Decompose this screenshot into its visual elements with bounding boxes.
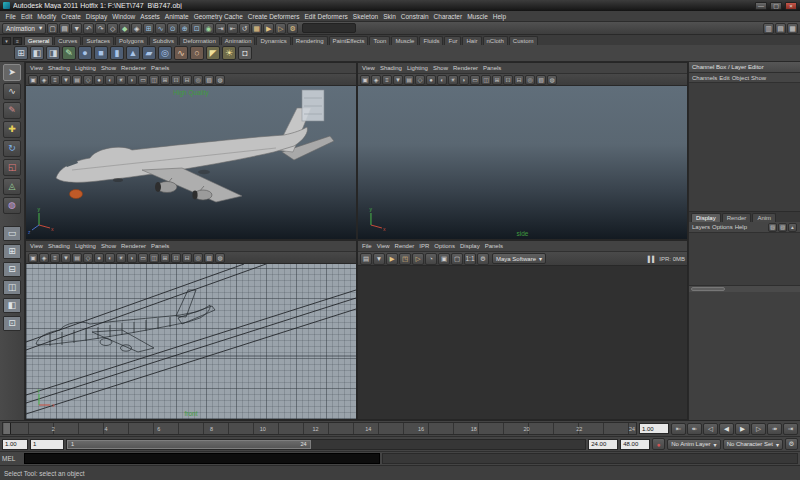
use-all-lights-icon[interactable]: ☀ [116,253,126,263]
safe-title-icon[interactable]: ⊟ [182,75,192,85]
select-camera-icon[interactable]: ▣ [28,253,38,263]
channel-box-menu-item[interactable]: Channels [692,75,717,81]
layer-editor-menu-item[interactable]: Help [735,224,747,230]
resolution-gate-icon[interactable]: ▭ [470,75,480,85]
shelf-persp-outliner-icon[interactable]: ◧ [30,46,44,60]
front-viewport[interactable]: y x front [26,264,356,419]
go-to-start-button[interactable]: ⇤ [671,423,686,435]
character-set-selector[interactable]: No Character Set ▾ [723,439,783,450]
viewport-menu-item[interactable]: Renderer [451,65,480,71]
field-chart-icon[interactable]: ⊞ [492,75,502,85]
shelf-tab-menu-icon[interactable]: ▾ [2,37,11,45]
move-layer-up-icon[interactable]: ▴ [788,223,797,232]
render-view-menu-item[interactable]: Options [432,243,457,249]
shelf-tab[interactable]: Curves [54,36,81,45]
render-view-image-area[interactable] [358,266,687,419]
close-button[interactable]: × [785,2,797,10]
shelf-tab[interactable]: Toon [369,36,390,45]
side-viewport[interactable]: y x side [358,86,687,239]
channel-box-menu-item[interactable]: Edit [719,75,729,81]
bookmarks-icon[interactable]: ▼ [61,253,71,263]
range-slider-track[interactable]: 1 24 [66,439,586,450]
move-tool[interactable]: ✚ [3,121,21,138]
menubar-item[interactable]: Skeleton [350,13,380,20]
current-time-field[interactable]: 1.00 [639,423,669,434]
shadows-icon[interactable]: ◗ [459,75,469,85]
render-region-icon[interactable]: ◳ [399,253,411,265]
use-all-lights-icon[interactable]: ☀ [448,75,458,85]
shelf-tab[interactable]: Rendering [292,36,328,45]
mel-command-input[interactable] [24,453,380,464]
menubar-item[interactable]: Constrain [398,13,431,20]
xray-icon[interactable]: ▧ [204,253,214,263]
wireframe-on-shaded-icon[interactable]: ◍ [215,253,225,263]
image-plane-icon[interactable]: ▤ [72,253,82,263]
redo-icon[interactable]: ↷ [95,23,106,34]
safe-title-icon[interactable]: ⊟ [182,253,192,263]
paint-select-tool[interactable]: ✎ [3,102,21,119]
persp-viewport[interactable]: High Quality [26,86,356,239]
animation-preferences-button[interactable]: ⚙ [785,438,798,450]
menubar-item[interactable]: Geometry Cache [191,13,245,20]
scrollbar-thumb[interactable] [691,287,725,291]
channel-box-list[interactable] [689,83,800,211]
viewport-menu-item[interactable]: View [28,243,45,249]
shelf-tab[interactable]: Fur [444,36,461,45]
viewport-menu-item[interactable]: View [28,65,45,71]
snapshot-icon[interactable]: ◔ [425,253,437,265]
construction-history-icon[interactable]: ↺ [239,23,250,34]
layer-editor-tab[interactable]: Anim [752,213,776,222]
wireframe-icon[interactable]: ◇ [83,253,93,263]
xray-icon[interactable]: ▧ [536,75,546,85]
channel-box-menu-item[interactable]: Show [751,75,766,81]
playback-end-field[interactable]: 24.00 [588,439,618,450]
viewport-menu-item[interactable]: Lighting [73,243,98,249]
redo-previous-render-icon[interactable]: ▶ [386,253,398,265]
menubar-item[interactable]: Edit Deformers [302,13,350,20]
new-scene-icon[interactable]: ▢ [47,23,58,34]
shelf-paint-effects-icon[interactable]: ✎ [62,46,76,60]
field-chart-icon[interactable]: ⊞ [160,75,170,85]
wireframe-icon[interactable]: ◇ [83,75,93,85]
shelf-tab[interactable]: Fluids [419,36,443,45]
menubar-item[interactable]: Create Deformers [245,13,302,20]
persp-graph-layout-button[interactable]: ⊡ [3,316,21,331]
textured-icon[interactable]: ◐ [105,253,115,263]
scale-tool[interactable]: ◱ [3,159,21,176]
shelf-spot-light-icon[interactable]: ◤ [206,46,220,60]
render-settings-icon[interactable]: ⚙ [477,253,489,265]
alpha-channel-icon[interactable]: ▢ [451,253,463,265]
render-view-menu-item[interactable]: View [375,243,392,249]
playback-start-field[interactable]: 1 [30,439,64,450]
airplane-wireframe[interactable] [36,290,215,352]
single-pane-layout-button[interactable]: ▭ [3,226,21,241]
construction-curves[interactable] [26,264,356,414]
shelf-cylinder-icon[interactable]: ▮ [110,46,124,60]
show-tool-settings-icon[interactable]: ▤ [775,23,786,34]
go-to-end-button[interactable]: ⇥ [783,423,798,435]
new-layer-from-selected-icon[interactable]: ▨ [778,223,787,232]
isolate-select-icon[interactable]: ◎ [525,75,535,85]
show-channel-box-icon[interactable]: ▦ [787,23,798,34]
four-pane-layout-button[interactable]: ⊞ [3,244,21,259]
menubar-item[interactable]: Edit [18,13,34,20]
menubar-item[interactable]: Help [490,13,508,20]
bookmarks-icon[interactable]: ▼ [393,75,403,85]
open-scene-icon[interactable]: ▤ [59,23,70,34]
minimize-button[interactable]: — [755,2,767,10]
safe-action-icon[interactable]: ⊡ [171,253,181,263]
ipr-render-icon[interactable]: ▷ [412,253,424,265]
layer-list-scrollbar[interactable] [689,285,800,292]
menubar-item[interactable]: Modify [35,13,59,20]
render-view-menu-item[interactable]: Display [458,243,482,249]
soft-modification-tool[interactable]: ◍ [3,197,21,214]
shelf-tab[interactable]: Muscle [391,36,418,45]
menubar-item[interactable]: File [3,13,18,20]
step-forward-key-button[interactable]: ↠ [767,423,782,435]
lock-camera-icon[interactable]: ◈ [39,253,49,263]
rotate-tool[interactable]: ↻ [3,140,21,157]
shelf-plane-icon[interactable]: ▰ [142,46,156,60]
film-gate-icon[interactable]: ◫ [481,75,491,85]
save-scene-icon[interactable]: ▼ [71,23,82,34]
persp-outliner-layout-button[interactable]: ◧ [3,298,21,313]
